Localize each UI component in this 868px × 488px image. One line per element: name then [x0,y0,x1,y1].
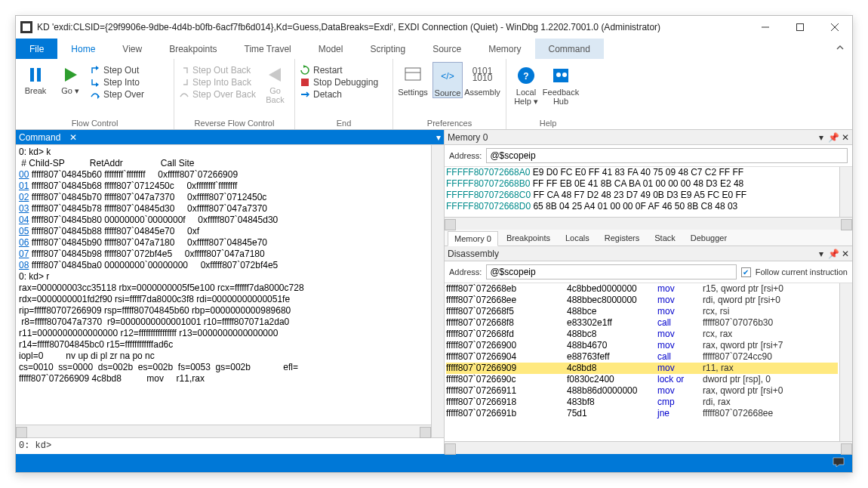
dis-scroll-y[interactable] [839,283,852,441]
go-back-button: Go Back [260,62,290,104]
memory-close-icon[interactable]: ✕ [842,132,849,143]
disassembly-panel-title: Disassembly [448,249,499,259]
step-out-button[interactable]: Step Out [90,65,144,76]
tab2-memory0[interactable]: Memory 0 [448,231,498,246]
source-button[interactable]: </>Source [432,62,463,98]
end-label: End [295,119,392,129]
tab-memory[interactable]: Memory [475,39,534,59]
memory-dropdown-icon[interactable]: ▾ [819,132,823,143]
flow-control-label: Flow Control [16,119,174,129]
tab-source[interactable]: Source [419,39,475,59]
menu-bar: File Home View Breakpoints Time Travel M… [16,39,852,59]
svg-text:?: ? [523,71,528,82]
svg-point-15 [556,73,561,77]
tab-breakpoints[interactable]: Breakpoints [155,39,230,59]
detach-button[interactable]: Detach [300,89,378,100]
dis-address-input[interactable] [486,264,736,280]
ribbon-collapse-icon[interactable] [836,43,845,54]
preferences-label: Preferences [393,119,506,129]
tab2-registers[interactable]: Registers [598,230,646,246]
step-out-back-button: Step Out Back [179,65,256,76]
svg-point-16 [562,73,567,77]
dis-dropdown-icon[interactable]: ▾ [819,249,823,259]
break-button[interactable]: Break [20,62,51,95]
command-scroll-x[interactable] [16,425,431,437]
app-window: KD 'exdi:CLSID={29f9906e-9dbe-4d4b-b0fb-… [15,15,853,473]
follow-checkbox[interactable]: ✔ [741,267,751,277]
command-prompt: 0: kd> [16,438,54,454]
svg-text:</>: </> [441,71,454,82]
close-button[interactable] [817,16,852,39]
memory-address-input[interactable] [486,148,848,163]
tab2-locals[interactable]: Locals [559,230,596,246]
tab2-breakpoints[interactable]: Breakpoints [500,230,557,246]
follow-label: Follow current instruction [756,267,848,276]
tab2-debugger[interactable]: Debugger [684,230,734,246]
reverse-flow-label: Reverse Flow Control [174,119,294,129]
svg-text:1010: 1010 [472,73,493,83]
command-panel-title: Command [19,132,60,143]
memory-scroll-y[interactable] [839,167,852,217]
minimize-button[interactable] [748,16,783,39]
step-into-button[interactable]: Step Into [90,77,144,88]
feedback-hub-button[interactable]: Feedback Hub [546,62,576,106]
tab-model[interactable]: Model [305,39,357,59]
svg-rect-6 [301,79,309,86]
settings-button[interactable]: Settings [398,62,428,97]
file-menu[interactable]: File [16,39,57,59]
tab-time-travel[interactable]: Time Travel [231,39,305,59]
assembly-button[interactable]: 01011010Assembly [467,62,497,97]
memory-pin-icon[interactable]: 📌 [828,132,837,143]
memory-scroll-x[interactable] [445,217,852,230]
dis-address-label: Address: [449,267,482,276]
restart-button[interactable]: Restart [300,65,378,76]
dis-scroll-x[interactable] [445,441,852,454]
maximize-button[interactable] [783,16,817,39]
tab-home[interactable]: Home [57,39,109,59]
memory-panel-title: Memory 0 [448,132,488,143]
memory-address-label: Address: [449,151,482,160]
disassembly-lines: fffff807`072668eb4c8bbed0000000movr15, q… [445,283,839,441]
command-input[interactable] [54,438,444,454]
tab-command[interactable]: Command [535,39,604,59]
svg-rect-5 [37,68,41,82]
step-over-back-button: Step Over Back [179,89,256,100]
disassembly-panel-header[interactable]: Disassembly ▾ 📌 ✕ [445,246,852,261]
feedback-icon[interactable] [833,457,845,470]
svg-rect-7 [405,68,420,80]
memory-tabstrip: Memory 0 Breakpoints Locals Registers St… [445,230,852,246]
local-help-button[interactable]: ?Local Help ▾ [511,62,541,106]
titlebar: KD 'exdi:CLSID={29f9906e-9dbe-4d4b-b0fb-… [16,16,852,39]
memory-grid: FFFFF807072668A0 E9 D0 FC E0 FF 41 83 FA… [445,167,839,217]
tab-scripting[interactable]: Scripting [356,39,419,59]
svg-rect-1 [797,24,804,31]
memory-panel-header[interactable]: Memory 0 ▾ 📌 ✕ [445,130,852,145]
step-over-button[interactable]: Step Over [90,89,144,100]
statusbar [16,454,852,472]
dis-close-icon[interactable]: ✕ [842,249,849,259]
dis-pin-icon[interactable]: 📌 [828,249,837,259]
stop-debugging-button[interactable]: Stop Debugging [300,77,378,88]
go-button[interactable]: Go ▾ [55,62,85,95]
svg-rect-4 [30,68,34,82]
tab2-stack[interactable]: Stack [648,230,682,246]
tab-view[interactable]: View [109,39,155,59]
app-icon [20,21,32,33]
window-title: KD 'exdi:CLSID={29f9906e-9dbe-4d4b-b0fb-… [37,22,748,32]
ribbon: Break Go ▾ Step Out Step Into Step Over … [16,59,852,130]
command-scroll-y[interactable] [431,145,444,437]
step-into-back-button: Step Into Back [179,77,256,88]
command-panel-header[interactable]: Command ✕ ▾ [16,130,444,145]
command-dropdown-icon[interactable]: ▾ [436,132,441,143]
command-output: 0: kd> k # Child-SP RetAddr Call Site00 … [16,145,431,425]
help-label: Help [506,119,589,129]
command-close-icon[interactable]: ✕ [69,132,77,143]
